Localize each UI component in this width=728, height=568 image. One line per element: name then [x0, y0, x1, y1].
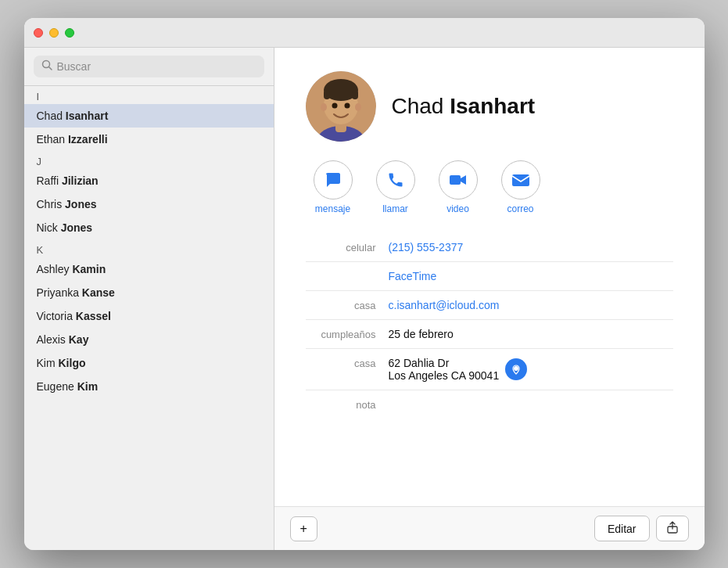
search-wrap	[34, 56, 264, 77]
svg-point-12	[355, 103, 361, 111]
add-button[interactable]: +	[290, 516, 317, 541]
field-value-address: 62 Dahlia DrLos Angeles CA 90041	[389, 357, 500, 382]
contact-item-chad-isanhart[interactable]: Chad Isanhart	[24, 104, 274, 128]
field-value-email[interactable]: c.isanhart@icloud.com	[389, 299, 673, 311]
titlebar	[24, 18, 705, 48]
traffic-lights	[34, 28, 74, 38]
svg-point-11	[321, 103, 327, 111]
message-label: mensaje	[315, 203, 350, 214]
toolbar-right: Editar	[594, 516, 689, 541]
toolbar-left: +	[290, 516, 317, 541]
message-button[interactable]: mensaje	[314, 160, 353, 214]
svg-point-15	[514, 366, 518, 371]
contacts-list: I Chad Isanhart Ethan Izzarelli J Raffi …	[24, 86, 274, 550]
video-label: video	[446, 203, 469, 214]
field-row-facetime: FaceTime	[306, 262, 673, 291]
call-icon-wrap	[376, 160, 415, 200]
svg-point-9	[332, 103, 337, 109]
field-label-birthday: cumpleaños	[306, 328, 376, 340]
section-header-i: I	[24, 86, 274, 104]
call-button[interactable]: llamar	[376, 160, 415, 214]
video-icon	[449, 171, 468, 189]
detail-content: Chad Isanhart mensaje	[274, 48, 705, 506]
video-icon-wrap	[439, 160, 478, 200]
close-button[interactable]	[34, 28, 43, 38]
detail-toolbar: + Editar	[274, 506, 705, 550]
contact-item-chris-jones[interactable]: Chris Jones	[24, 192, 274, 216]
mail-icon	[511, 171, 530, 189]
contact-item-raffi-jilizian[interactable]: Raffi Jilizian	[24, 169, 274, 192]
contact-item-priyanka-kanse[interactable]: Priyanka Kanse	[24, 281, 274, 304]
mail-label: correo	[507, 203, 533, 214]
field-label-celular: celular	[306, 241, 376, 253]
field-row-birthday: cumpleaños 25 de febrero	[306, 320, 673, 349]
app-content: I Chad Isanhart Ethan Izzarelli J Raffi …	[24, 48, 705, 550]
search-input[interactable]	[57, 60, 256, 73]
svg-rect-8	[352, 90, 358, 99]
contact-item-victoria-kassel[interactable]: Victoria Kassel	[24, 304, 274, 328]
svg-point-10	[344, 103, 350, 109]
video-button[interactable]: video	[439, 160, 478, 214]
phone-icon	[387, 171, 404, 189]
message-icon	[325, 171, 342, 189]
field-label-address: casa	[306, 357, 376, 369]
field-row-celular: celular (215) 555-2377	[306, 233, 673, 262]
field-row-email: casa c.isanhart@icloud.com	[306, 291, 673, 320]
share-button[interactable]	[656, 516, 689, 541]
mail-icon-wrap	[501, 160, 540, 200]
contact-item-ashley-kamin[interactable]: Ashley Kamin	[24, 257, 274, 281]
contact-name: Chad Isanhart	[392, 94, 536, 119]
field-row-address: casa 62 Dahlia DrLos Angeles CA 90041	[306, 349, 673, 390]
main-window: I Chad Isanhart Ethan Izzarelli J Raffi …	[24, 18, 705, 550]
section-header-j: J	[24, 151, 274, 169]
contact-first-name: Chad	[392, 94, 444, 118]
sidebar: I Chad Isanhart Ethan Izzarelli J Raffi …	[24, 48, 274, 550]
edit-button[interactable]: Editar	[594, 516, 650, 541]
field-value-facetime[interactable]: FaceTime	[389, 270, 673, 282]
share-icon	[666, 521, 679, 534]
field-value-birthday: 25 de febrero	[389, 328, 673, 340]
field-label-facetime	[306, 270, 376, 271]
fields-section: celular (215) 555-2377 FaceTime casa c.i…	[306, 233, 673, 419]
map-pin-button[interactable]	[505, 358, 527, 380]
svg-rect-7	[324, 90, 330, 99]
field-row-note: nota	[306, 390, 673, 419]
contact-item-eugene-kim[interactable]: Eugene Kim	[24, 375, 274, 398]
contact-header: Chad Isanhart	[306, 71, 673, 142]
search-bar	[24, 48, 274, 86]
action-buttons: mensaje llamar	[306, 160, 673, 214]
field-label-email: casa	[306, 299, 376, 311]
maximize-button[interactable]	[65, 28, 74, 38]
contact-last-name: Isanhart	[450, 94, 535, 118]
mail-button[interactable]: correo	[501, 160, 540, 214]
detail-panel: Chad Isanhart mensaje	[274, 48, 705, 550]
pin-icon	[511, 364, 522, 375]
section-header-k: K	[24, 239, 274, 257]
avatar	[306, 71, 376, 142]
svg-rect-13	[450, 175, 461, 185]
minimize-button[interactable]	[49, 28, 59, 38]
address-row: 62 Dahlia DrLos Angeles CA 90041	[389, 357, 528, 382]
contact-item-nick-jones[interactable]: Nick Jones	[24, 216, 274, 239]
svg-rect-14	[512, 174, 529, 186]
contact-item-kim-kilgo[interactable]: Kim Kilgo	[24, 351, 274, 375]
contact-item-ethan-izzarelli[interactable]: Ethan Izzarelli	[24, 128, 274, 151]
field-label-note: nota	[306, 398, 376, 411]
call-label: llamar	[382, 203, 408, 214]
message-icon-wrap	[314, 160, 353, 200]
contact-item-alexis-kay[interactable]: Alexis Kay	[24, 328, 274, 351]
field-value-celular[interactable]: (215) 555-2377	[389, 241, 673, 253]
search-icon	[41, 59, 52, 74]
svg-line-1	[48, 67, 52, 70]
